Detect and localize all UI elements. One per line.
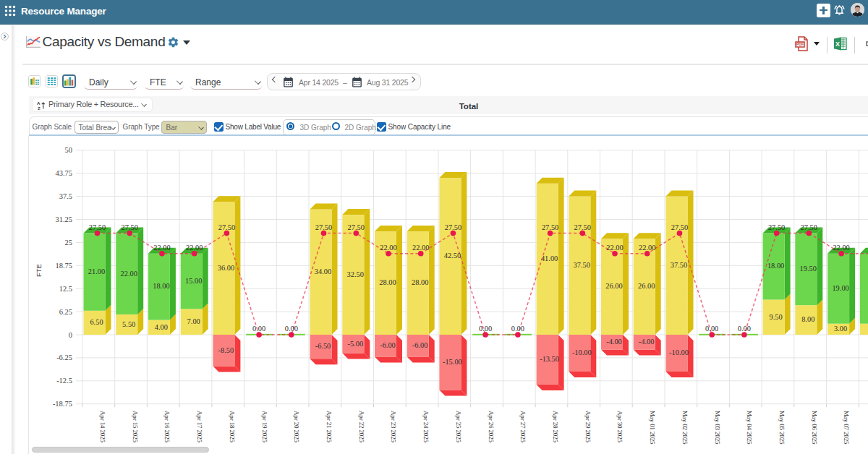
svg-text:Apr 25 2025: Apr 25 2025	[455, 411, 462, 442]
svg-text:6.50: 6.50	[90, 318, 103, 326]
svg-text:37.5: 37.5	[59, 192, 72, 200]
svg-text:0.00: 0.00	[285, 325, 298, 333]
svg-text:50: 50	[65, 146, 73, 154]
svg-text:27.50: 27.50	[218, 223, 235, 231]
svg-text:6.25: 6.25	[59, 308, 72, 316]
svg-text:27.50: 27.50	[315, 223, 332, 231]
svg-text:37.50: 37.50	[574, 261, 590, 269]
svg-text:May 06 2025: May 06 2025	[811, 411, 818, 445]
svg-text:42.50: 42.50	[444, 252, 461, 260]
svg-text:27.50: 27.50	[574, 223, 591, 231]
svg-text:Apr 18 2025: Apr 18 2025	[229, 411, 236, 442]
svg-text:28.00: 28.00	[379, 278, 396, 286]
svg-text:31.25: 31.25	[55, 215, 72, 223]
svg-text:41.00: 41.00	[541, 254, 558, 262]
svg-text:May 03 2025: May 03 2025	[714, 411, 721, 445]
svg-text:Apr 21 2025: Apr 21 2025	[326, 411, 333, 442]
svg-text:-12.5: -12.5	[56, 377, 72, 385]
svg-text:0.00: 0.00	[479, 325, 492, 333]
svg-text:36.00: 36.00	[218, 264, 234, 272]
svg-text:18.00: 18.00	[153, 282, 169, 290]
svg-text:21.00: 21.00	[88, 267, 105, 275]
svg-text:5.50: 5.50	[122, 320, 135, 328]
svg-text:Apr 15 2025: Apr 15 2025	[132, 411, 139, 442]
svg-text:May 01 2025: May 01 2025	[649, 411, 656, 445]
svg-text:Apr 14 2025: Apr 14 2025	[99, 411, 106, 442]
svg-text:43.75: 43.75	[55, 169, 72, 177]
svg-text:19.00: 19.00	[832, 284, 848, 292]
svg-text:3.00: 3.00	[834, 325, 847, 333]
svg-text:18.00: 18.00	[767, 262, 784, 270]
svg-text:-4.00: -4.00	[639, 338, 655, 346]
svg-text:27.50: 27.50	[542, 223, 558, 231]
svg-text:7.00: 7.00	[187, 317, 200, 325]
svg-text:32.50: 32.50	[347, 270, 364, 278]
svg-text:8.00: 8.00	[801, 315, 814, 323]
svg-text:22.00: 22.00	[833, 244, 849, 252]
svg-text:Apr 26 2025: Apr 26 2025	[488, 411, 495, 442]
svg-text:-18.75: -18.75	[53, 400, 72, 408]
svg-text:FTE: FTE	[35, 264, 43, 277]
svg-text:27.50: 27.50	[801, 223, 817, 231]
svg-text:22.00: 22.00	[412, 244, 429, 252]
svg-text:May 04 2025: May 04 2025	[746, 411, 753, 445]
svg-text:Apr 23 2025: Apr 23 2025	[390, 411, 397, 442]
svg-text:0.00: 0.00	[738, 325, 751, 333]
svg-text:Z: Z	[38, 105, 41, 109]
svg-text:X: X	[835, 40, 840, 48]
svg-text:26.00: 26.00	[605, 282, 622, 290]
svg-text:27.50: 27.50	[671, 223, 688, 231]
svg-text:Apr 24 2025: Apr 24 2025	[422, 411, 430, 442]
svg-text:22.00: 22.00	[639, 244, 655, 252]
svg-text:26.00: 26.00	[638, 282, 655, 290]
svg-text:May 02 2025: May 02 2025	[681, 411, 689, 445]
svg-text:Apr 17 2025: Apr 17 2025	[196, 411, 203, 442]
svg-text:27.50: 27.50	[348, 223, 365, 231]
svg-text:25: 25	[65, 239, 73, 247]
svg-text:-8.50: -8.50	[218, 346, 234, 354]
svg-text:Apr 28 2025: Apr 28 2025	[552, 411, 559, 442]
svg-text:22.00: 22.00	[606, 244, 623, 252]
svg-text:PDF: PDF	[796, 42, 804, 46]
svg-text:12.5: 12.5	[59, 285, 72, 293]
svg-text:27.50: 27.50	[445, 223, 461, 231]
svg-text:-6.00: -6.00	[412, 341, 428, 349]
svg-text:22.00: 22.00	[121, 270, 137, 278]
svg-text:-4.00: -4.00	[606, 338, 622, 346]
svg-text:9.50: 9.50	[770, 313, 783, 321]
svg-text:0: 0	[69, 331, 72, 339]
svg-text:May 05 2025: May 05 2025	[778, 411, 786, 445]
svg-text:37.50: 37.50	[671, 261, 687, 269]
svg-text:Apr 29 2025: Apr 29 2025	[584, 411, 592, 442]
svg-text:-15.00: -15.00	[443, 358, 462, 366]
svg-text:15.00: 15.00	[185, 277, 202, 285]
svg-text:Apr 16 2025: Apr 16 2025	[163, 411, 171, 442]
svg-text:Apr 22 2025: Apr 22 2025	[358, 411, 365, 442]
svg-text:18.75: 18.75	[55, 262, 72, 270]
svg-text:-6.50: -6.50	[315, 342, 331, 350]
svg-text:Apr 27 2025: Apr 27 2025	[519, 411, 527, 442]
svg-text:-10.00: -10.00	[669, 348, 689, 356]
svg-text:Apr 19 2025: Apr 19 2025	[261, 411, 268, 442]
svg-text:27.50: 27.50	[122, 223, 138, 231]
svg-text:-10.00: -10.00	[572, 348, 592, 356]
svg-text:4.00: 4.00	[155, 323, 168, 331]
svg-text:0.00: 0.00	[252, 325, 265, 333]
svg-text:0.00: 0.00	[705, 325, 718, 333]
svg-text:-6.25: -6.25	[56, 354, 72, 361]
svg-text:27.50: 27.50	[89, 223, 106, 231]
svg-text:22.00: 22.00	[153, 244, 170, 252]
svg-text:34.00: 34.00	[315, 267, 331, 275]
svg-text:28.00: 28.00	[412, 278, 428, 286]
svg-text:-13.50: -13.50	[540, 355, 559, 363]
svg-text:0.00: 0.00	[511, 325, 524, 333]
svg-text:27.50: 27.50	[768, 223, 785, 231]
svg-text:-5.00: -5.00	[347, 340, 363, 348]
svg-text:Apr 20 2025: Apr 20 2025	[293, 411, 300, 442]
svg-text:22.00: 22.00	[380, 244, 396, 252]
svg-text:22.00: 22.00	[186, 244, 203, 252]
svg-text:Apr 30 2025: Apr 30 2025	[616, 411, 624, 442]
svg-text:May 07 2025: May 07 2025	[843, 411, 850, 445]
svg-text:-6.00: -6.00	[380, 341, 396, 349]
svg-text:19.50: 19.50	[800, 265, 817, 273]
